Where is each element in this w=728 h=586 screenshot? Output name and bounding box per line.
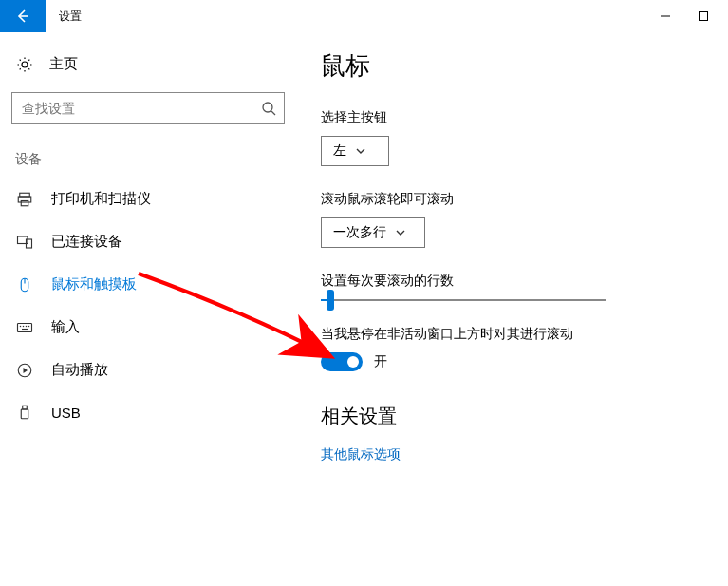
- slider-thumb[interactable]: [327, 290, 334, 311]
- gear-icon: [15, 56, 34, 73]
- mouse-icon: [15, 276, 34, 293]
- devices-icon: [15, 234, 34, 251]
- svg-rect-6: [21, 200, 28, 205]
- svg-marker-18: [24, 368, 28, 373]
- svg-line-3: [271, 111, 275, 115]
- select-value: 左: [333, 142, 346, 160]
- window-controls: [646, 0, 728, 32]
- related-settings-title: 相关设置: [321, 404, 709, 429]
- window-title: 设置: [46, 0, 646, 32]
- usb-icon: [15, 404, 34, 421]
- page-title: 鼠标: [321, 49, 709, 83]
- chevron-down-icon: [356, 146, 365, 156]
- toggle-state-label: 开: [374, 353, 387, 370]
- field-label: 设置每次要滚动的行数: [321, 273, 709, 290]
- content-area: 主页 设备 打印机和扫描仪 已连接设备 鼠标和触摸板: [0, 32, 728, 586]
- titlebar: 设置: [0, 0, 728, 32]
- field-inactive-hover: 当我悬停在非活动窗口上方时对其进行滚动 开: [321, 326, 709, 371]
- sidebar-item-label: 已连接设备: [51, 233, 122, 251]
- sidebar-item-label: 自动播放: [51, 361, 108, 379]
- sidebar-item-label: 鼠标和触摸板: [51, 275, 137, 293]
- search-icon: [261, 101, 276, 116]
- field-label: 选择主按钮: [321, 109, 709, 126]
- field-label: 当我悬停在非活动窗口上方时对其进行滚动: [321, 326, 709, 343]
- sidebar-item-autoplay[interactable]: 自动播放: [11, 349, 285, 391]
- field-lines-per-scroll: 设置每次要滚动的行数: [321, 273, 709, 301]
- select-value: 一次多行: [333, 224, 386, 241]
- svg-rect-11: [18, 323, 32, 331]
- minimize-button[interactable]: [646, 0, 684, 32]
- other-mouse-options-link[interactable]: 其他鼠标选项: [321, 446, 709, 463]
- sidebar-home[interactable]: 主页: [11, 49, 285, 79]
- sidebar-item-label: 输入: [51, 318, 80, 336]
- sidebar-group-title: 设备: [11, 147, 285, 178]
- sidebar-home-label: 主页: [49, 55, 78, 73]
- minimize-icon: [661, 11, 670, 21]
- search-input[interactable]: [22, 101, 261, 116]
- svg-rect-1: [700, 12, 708, 21]
- printer-icon: [15, 191, 34, 208]
- arrow-left-icon: [15, 9, 30, 24]
- back-button[interactable]: [0, 0, 46, 32]
- main-panel: 鼠标 选择主按钮 左 滚动鼠标滚轮即可滚动 一次多行 设置每次要滚动的行数: [294, 32, 728, 586]
- toggle-knob: [347, 356, 359, 368]
- sidebar: 主页 设备 打印机和扫描仪 已连接设备 鼠标和触摸板: [0, 32, 294, 586]
- keyboard-icon: [15, 319, 34, 336]
- autoplay-icon: [15, 362, 34, 379]
- svg-rect-5: [18, 197, 31, 202]
- sidebar-item-connected-devices[interactable]: 已连接设备: [11, 220, 285, 263]
- field-primary-button: 选择主按钮 左: [321, 109, 709, 166]
- sidebar-item-label: USB: [51, 405, 81, 421]
- chevron-down-icon: [396, 228, 405, 237]
- field-label: 滚动鼠标滚轮即可滚动: [321, 191, 709, 208]
- sidebar-item-usb[interactable]: USB: [11, 391, 285, 433]
- sidebar-item-label: 打印机和扫描仪: [51, 190, 151, 208]
- sidebar-item-typing[interactable]: 输入: [11, 306, 285, 349]
- sidebar-item-mouse[interactable]: 鼠标和触摸板: [11, 263, 285, 306]
- inactive-hover-toggle[interactable]: [321, 352, 363, 371]
- lines-slider[interactable]: [321, 299, 606, 301]
- sidebar-item-printers[interactable]: 打印机和扫描仪: [11, 178, 285, 220]
- maximize-icon: [699, 11, 708, 21]
- search-box[interactable]: [11, 92, 285, 124]
- svg-rect-20: [21, 409, 28, 419]
- maximize-button[interactable]: [684, 0, 722, 32]
- field-scroll-mode: 滚动鼠标滚轮即可滚动 一次多行: [321, 191, 709, 248]
- svg-point-2: [263, 103, 272, 112]
- primary-button-select[interactable]: 左: [321, 136, 389, 166]
- scroll-mode-select[interactable]: 一次多行: [321, 217, 425, 248]
